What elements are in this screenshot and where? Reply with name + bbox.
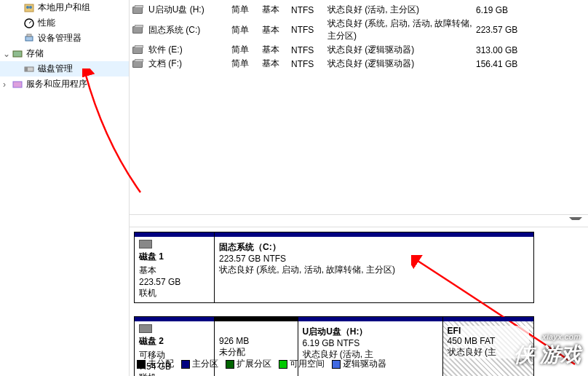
legend-swatch [226,360,234,369]
part-info: 450 MB FAT [448,336,529,346]
partition[interactable]: 固态系统（C:） 223.57 GB NTFS 状态良好 (系统, 启动, 活动… [215,232,533,302]
legend-label: 扩展分区 [237,358,271,370]
pane-splitter[interactable] [130,214,588,227]
legend-label: 逻辑驱动器 [343,358,386,370]
volume-icon [132,60,143,68]
vol-status: 状态良好 (逻辑驱动器) [327,44,476,56]
legend-item: 逻辑驱动器 [332,358,386,370]
svg-rect-10 [13,82,22,87]
legend: 未分配 主分区 扩展分区 可用空间 逻辑驱动器 [134,355,389,373]
vol-size: 223.57 GB [476,25,527,35]
collapse-icon[interactable]: ⌄ [3,49,12,59]
tree-item-users[interactable]: 本地用户和组 [0,0,129,15]
svg-rect-6 [27,34,31,36]
disk-state: 联机 [139,287,210,299]
legend-swatch [137,360,146,369]
users-icon [23,2,35,14]
legend-item: 可用空间 [279,358,325,370]
vol-name: U启动U盘 (H:) [148,4,231,16]
part-status: 状态良好 (系统, 启动, 活动, 故障转储, 主分区) [219,264,529,276]
tree-label: 存储 [26,47,44,60]
perf-icon [23,17,35,29]
legend-swatch [181,360,190,369]
expand-icon[interactable]: › [3,79,12,90]
disk-title: 磁盘 1 [139,251,210,263]
legend-item: 主分区 [181,358,218,370]
vol-status: 状态良好 (活动, 主分区) [327,4,476,16]
vol-layout: 简单 [231,58,262,70]
volume-list: U启动U盘 (H:) 简单 基本 NTFS 状态良好 (活动, 主分区) 6.1… [130,0,588,74]
vol-layout: 简单 [231,44,262,56]
vol-size: 313.00 GB [476,45,527,55]
legend-swatch [332,360,341,369]
disk-graphical-view: 磁盘 1 基本 223.57 GB 联机 固态系统（C:） 223.57 GB … [130,227,588,377]
vol-layout: 简单 [231,24,262,36]
part-name: EFI [448,326,529,336]
volume-row[interactable]: 文档 (F:) 简单 基本 NTFS 状态良好 (逻辑驱动器) 156.41 G… [130,57,588,71]
tree-item-disk-mgmt[interactable]: 磁盘管理 [0,61,129,77]
disk-partitions: 固态系统（C:） 223.57 GB NTFS 状态良好 (系统, 启动, 活动… [214,232,534,303]
tree-label: 设备管理器 [38,32,82,44]
svg-point-2 [29,6,32,9]
tree-item-device[interactable]: 设备管理器 [0,31,129,46]
vol-fs: NTFS [291,25,327,35]
vol-name: 软件 (E:) [148,44,231,56]
tree-label: 服务和应用程序 [26,78,87,90]
part-name: U启动U盘（H:） [303,326,438,338]
vol-fs: NTFS [291,5,327,15]
legend-item: 未分配 [137,358,174,370]
part-info: 926 MB [219,336,293,346]
vol-size: 156.41 GB [476,59,527,69]
main-panel: U启动U盘 (H:) 简单 基本 NTFS 状态良好 (活动, 主分区) 6.1… [130,0,588,376]
vol-type: 基本 [262,44,291,56]
vol-fs: NTFS [291,45,327,55]
services-icon [12,79,23,90]
svg-rect-9 [25,67,28,71]
disk-block: 磁盘 1 基本 223.57 GB 联机 固态系统（C:） 223.57 GB … [134,232,584,303]
disk-label-panel[interactable]: 磁盘 1 基本 223.57 GB 联机 [134,232,214,303]
volume-row[interactable]: 软件 (E:) 简单 基本 NTFS 状态良好 (逻辑驱动器) 313.00 G… [130,43,588,57]
disk-type: 基本 [139,265,210,277]
sidebar: 本地用户和组 性能 设备管理器 ⌄ 存储 磁盘管理 › 服务和应用程序 [0,0,130,376]
tree-item-perf[interactable]: 性能 [0,15,129,31]
disk-icon [139,324,152,333]
volume-icon [132,47,143,54]
legend-label: 可用空间 [290,358,325,370]
legend-swatch [279,360,287,369]
tree-label: 磁盘管理 [38,63,73,75]
vol-layout: 简单 [231,4,262,16]
part-info: 223.57 GB NTFS [219,254,529,264]
legend-label: 主分区 [192,358,218,370]
disk-title: 磁盘 2 [139,335,210,348]
tree-label: 本地用户和组 [38,1,90,14]
part-info: 6.19 GB NTFS [303,338,438,348]
vol-status: 状态良好 (逻辑驱动器) [327,58,476,70]
svg-rect-5 [25,36,33,41]
legend-item: 扩展分区 [226,358,271,370]
vol-type: 基本 [262,4,291,16]
svg-rect-0 [25,4,33,12]
svg-rect-7 [13,51,22,57]
tree-item-storage[interactable]: ⌄ 存储 [0,46,129,61]
part-name: 固态系统（C:） [219,241,529,254]
vol-name: 固态系统 (C:) [148,24,231,36]
vol-type: 基本 [262,24,291,36]
volume-row[interactable]: 固态系统 (C:) 简单 基本 NTFS 状态良好 (系统, 启动, 活动, 故… [130,17,588,43]
device-icon [23,33,35,44]
legend-label: 未分配 [148,358,174,370]
volume-icon [132,7,143,14]
volume-row[interactable]: U启动U盘 (H:) 简单 基本 NTFS 状态良好 (活动, 主分区) 6.1… [130,3,588,17]
disk-mgmt-icon [23,63,35,75]
vol-name: 文档 (F:) [148,58,231,70]
tree-item-services[interactable]: › 服务和应用程序 [0,77,129,92]
partition-efi[interactable]: EFI 450 MB FAT 状态良好 (主 [443,317,533,377]
vol-status: 状态良好 (系统, 启动, 活动, 故障转储, 主分区) [327,17,476,42]
disk-icon [139,240,152,248]
volume-icon [132,26,143,34]
disk-size: 223.57 GB [139,277,210,287]
vol-fs: NTFS [291,59,327,69]
svg-point-1 [26,6,29,9]
vol-type: 基本 [262,58,291,70]
vol-size: 6.19 GB [476,5,527,15]
storage-icon [12,48,23,60]
